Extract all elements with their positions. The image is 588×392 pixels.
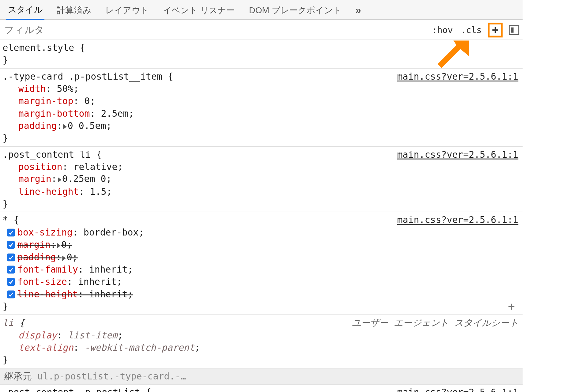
rule-element-style[interactable]: element.style { }	[0, 40, 523, 69]
css-value[interactable]: -webkit-match-parent	[85, 342, 195, 353]
css-prop[interactable]: padding	[17, 252, 56, 262]
css-value[interactable]: inherit	[89, 289, 128, 300]
css-prop[interactable]: width	[18, 84, 46, 94]
css-value[interactable]: 0 0.5em	[68, 121, 106, 131]
css-value[interactable]: 1.5	[90, 186, 107, 197]
expand-shorthand-icon[interactable]	[63, 124, 66, 129]
tab-event-listeners[interactable]: イベント リスナー	[161, 0, 237, 19]
rule-selector[interactable]: * {	[3, 215, 19, 225]
toggle-declaration-checkbox[interactable]	[7, 229, 15, 237]
css-prop[interactable]: margin	[17, 239, 51, 250]
filter-input[interactable]	[4, 24, 426, 36]
rule-source-link[interactable]: main.css?ver=2.5.6.1:1	[397, 386, 518, 392]
rule-post-content-li[interactable]: main.css?ver=2.5.6.1:1 .post_content li …	[0, 147, 523, 212]
rule-universal[interactable]: main.css?ver=2.5.6.1:1 * { box-sizing: b…	[0, 212, 523, 315]
tab-layout[interactable]: レイアウト	[104, 0, 151, 19]
rule-postlist-item[interactable]: main.css?ver=2.5.6.1:1 .-type-card .p-po…	[0, 69, 523, 147]
rule-selector[interactable]: li {	[3, 318, 25, 328]
css-prop[interactable]: display	[18, 330, 57, 340]
tab-more[interactable]: »	[354, 2, 363, 17]
css-value[interactable]: 0	[85, 96, 90, 106]
css-prop[interactable]: font-size	[17, 277, 67, 287]
toggle-computed-sidebar-icon[interactable]	[509, 25, 519, 35]
expand-shorthand-icon[interactable]	[58, 177, 61, 183]
rule-li-useragent[interactable]: ユーザー エージェント スタイルシート li { display: list-i…	[0, 315, 523, 368]
css-prop[interactable]: padding	[18, 121, 57, 131]
css-value[interactable]: list-item	[68, 330, 118, 340]
css-prop[interactable]: margin	[18, 174, 51, 184]
inherited-label: 継承元	[4, 371, 32, 381]
css-value[interactable]: 50%	[57, 84, 74, 94]
rule-source-link[interactable]: main.css?ver=2.5.6.1:1	[397, 214, 518, 226]
styles-rules: element.style { } main.css?ver=2.5.6.1:1…	[0, 40, 523, 392]
css-value[interactable]: relative	[74, 162, 118, 172]
css-prop[interactable]: margin-top	[18, 96, 74, 106]
toggle-declaration-checkbox[interactable]	[7, 278, 15, 286]
rule-source-link[interactable]: main.css?ver=2.5.6.1:1	[397, 70, 518, 83]
inherited-selector[interactable]: ul.p-postList.-type-card.-…	[37, 371, 186, 381]
css-value[interactable]: 0	[67, 252, 72, 262]
tab-styles[interactable]: スタイル	[6, 0, 44, 20]
styles-toolbar: :hov .cls +	[0, 20, 523, 40]
css-prop[interactable]: line-height	[18, 186, 79, 197]
css-prop[interactable]: font-family	[17, 264, 78, 275]
rule-selector[interactable]: element.style {	[3, 43, 85, 53]
insert-style-rule-below-button[interactable]: +	[508, 301, 515, 312]
css-prop[interactable]: line-height	[17, 289, 78, 300]
css-prop[interactable]: position	[18, 162, 62, 172]
css-value[interactable]: border-box	[84, 227, 139, 238]
rule-selector[interactable]: .post_content .p-postList {	[3, 387, 152, 392]
expand-shorthand-icon[interactable]	[62, 255, 66, 261]
rule-source-link[interactable]: main.css?ver=2.5.6.1:1	[397, 149, 518, 161]
css-prop[interactable]: text-align	[18, 342, 74, 353]
rule-selector[interactable]: .post_content li {	[3, 149, 102, 160]
toggle-declaration-checkbox[interactable]	[7, 266, 15, 274]
styles-tabstrip: スタイル 計算済み レイアウト イベント リスナー DOM ブレークポイント »	[0, 0, 523, 20]
expand-shorthand-icon[interactable]	[57, 243, 60, 248]
rule-selector[interactable]: .-type-card .p-postList__item {	[3, 71, 173, 82]
css-value[interactable]: 0	[61, 239, 67, 250]
cls-toggle[interactable]: .cls	[459, 24, 484, 36]
new-style-rule-button[interactable]: +	[488, 22, 503, 37]
rule-post-content-postlist[interactable]: main.css?ver=2.5.6.1:1 .post_content .p-…	[0, 385, 523, 392]
css-value[interactable]: 2.5em	[101, 108, 128, 119]
hov-toggle[interactable]: :hov	[430, 24, 455, 36]
toggle-declaration-checkbox[interactable]	[7, 241, 15, 249]
toggle-declaration-checkbox[interactable]	[7, 290, 15, 298]
css-value[interactable]: inherit	[78, 277, 117, 287]
css-prop[interactable]: margin-bottom	[18, 108, 90, 119]
tab-computed[interactable]: 計算済み	[55, 0, 93, 19]
css-value[interactable]: 0.25em 0	[62, 174, 106, 184]
rule-source-label: ユーザー エージェント スタイルシート	[352, 317, 518, 329]
tab-dom-breakpoints[interactable]: DOM ブレークポイント	[247, 0, 343, 19]
inherited-from-bar: 継承元 ul.p-postList.-type-card.-…	[0, 368, 523, 385]
css-prop[interactable]: box-sizing	[17, 227, 73, 238]
toggle-declaration-checkbox[interactable]	[7, 253, 15, 261]
css-value[interactable]: inherit	[89, 264, 128, 275]
